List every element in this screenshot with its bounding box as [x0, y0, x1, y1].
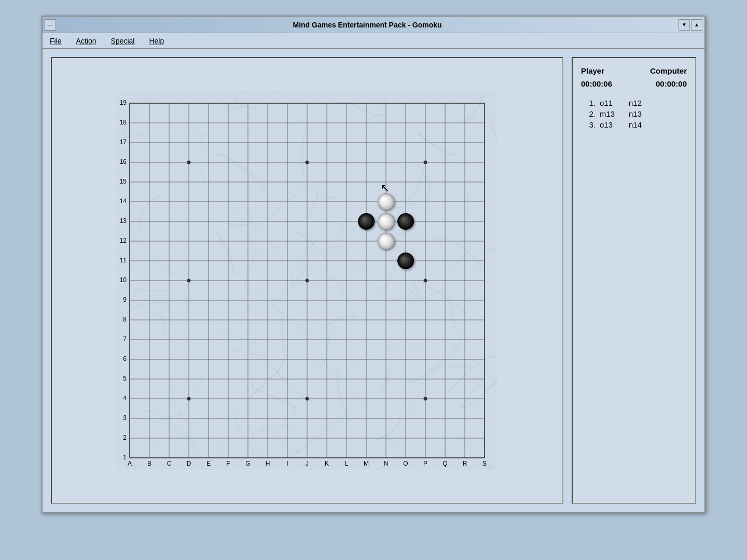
computer-time: 00:00:00 [656, 79, 687, 88]
game-board[interactable] [117, 91, 497, 470]
move-player: m13 [600, 109, 625, 118]
move-computer: n12 [629, 99, 654, 107]
player-label: Player [581, 66, 604, 75]
move-computer: n14 [629, 120, 654, 129]
move-computer: n13 [629, 109, 654, 118]
move-row: 3. o13 n14 [581, 120, 687, 129]
window-title: Mind Games Entertainment Pack - Gomoku [56, 21, 679, 29]
maximize-button[interactable]: ▲ [691, 19, 702, 31]
board-container[interactable] [51, 57, 563, 504]
menu-action[interactable]: Action [73, 36, 100, 46]
menu-help[interactable]: Help [146, 36, 167, 46]
menu-file[interactable]: File [47, 36, 65, 46]
computer-label: Computer [650, 66, 687, 75]
move-player: o13 [600, 120, 625, 129]
score-header: Player Computer [581, 66, 687, 75]
main-window: — Mind Games Entertainment Pack - Gomoku… [42, 16, 706, 513]
info-panel: Player Computer 00:00:06 00:00:00 1. o11… [572, 57, 696, 504]
move-list: 1. o11 n12 2. m13 n13 3. o13 n14 [581, 99, 687, 129]
score-time: 00:00:06 00:00:00 [581, 79, 687, 88]
main-content: Player Computer 00:00:06 00:00:00 1. o11… [43, 49, 704, 512]
player-time: 00:00:06 [581, 79, 612, 88]
title-bar: — Mind Games Entertainment Pack - Gomoku… [43, 17, 704, 33]
move-num: 3. [581, 120, 596, 129]
move-num: 2. [581, 109, 596, 118]
move-row: 2. m13 n13 [581, 109, 687, 118]
move-num: 1. [581, 99, 596, 107]
move-row: 1. o11 n12 [581, 99, 687, 107]
system-menu-button[interactable]: — [45, 19, 56, 31]
menu-special[interactable]: Special [107, 36, 137, 46]
menu-bar: File Action Special Help [43, 33, 704, 49]
move-player: o11 [600, 99, 625, 107]
minimize-button[interactable]: ▼ [679, 19, 690, 31]
